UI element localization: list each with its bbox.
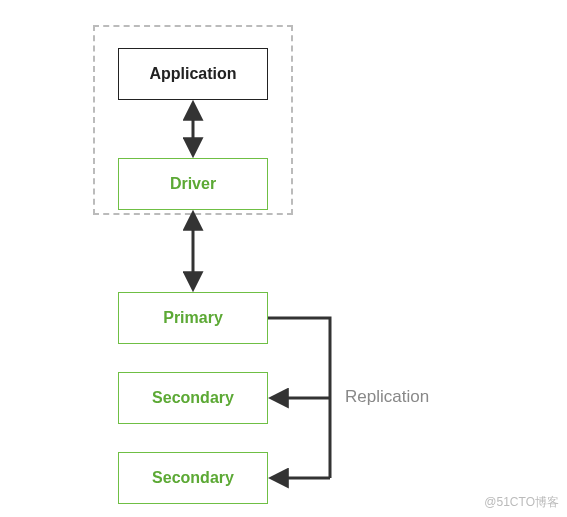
- primary-label: Primary: [163, 309, 223, 327]
- replication-spine: [268, 318, 330, 478]
- driver-box: Driver: [118, 158, 268, 210]
- replication-diagram: Application Driver Primary Secondary Sec…: [0, 0, 567, 517]
- secondary1-label: Secondary: [152, 389, 234, 407]
- secondary1-box: Secondary: [118, 372, 268, 424]
- primary-box: Primary: [118, 292, 268, 344]
- application-box: Application: [118, 48, 268, 100]
- watermark: @51CTO博客: [484, 494, 559, 511]
- driver-label: Driver: [170, 175, 216, 193]
- secondary2-label: Secondary: [152, 469, 234, 487]
- secondary2-box: Secondary: [118, 452, 268, 504]
- application-label: Application: [149, 65, 236, 83]
- replication-label: Replication: [345, 387, 429, 407]
